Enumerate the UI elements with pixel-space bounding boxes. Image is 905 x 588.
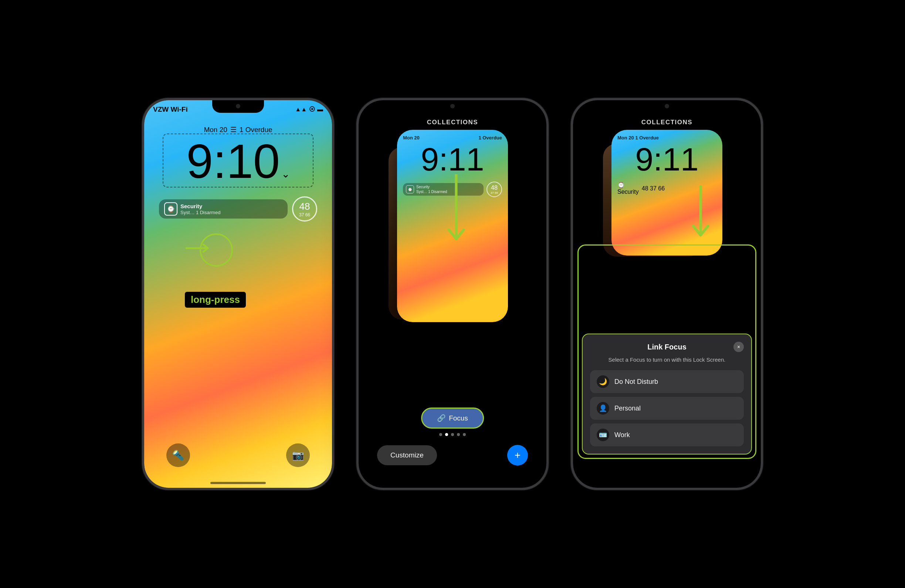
- dnd-icon: 🌙: [597, 375, 609, 388]
- phone3-screen: COLLECTIONS Mon 20 1 Overdue 9:11 ⌚ Secu…: [573, 100, 761, 488]
- flashlight-button[interactable]: 🔦: [167, 443, 190, 467]
- phone1-screen: VZW Wi-Fi ▲▲ ⦿ ▬ Mon 20 ☰ 1 Overdue 9:10…: [144, 100, 332, 488]
- camera-button[interactable]: 📷: [286, 443, 310, 467]
- dot-2: [445, 433, 448, 436]
- phone1-bottom-buttons: 🔦 📷: [144, 443, 332, 467]
- phone1-time: 9:10 ⌄: [168, 137, 308, 185]
- dot-4: [457, 433, 460, 436]
- phone3-mini-security: ⌚ Security: [618, 181, 639, 195]
- main-scene: VZW Wi-Fi ▲▲ ⦿ ▬ Mon 20 ☰ 1 Overdue 9:10…: [0, 0, 905, 588]
- dot-5: [463, 433, 466, 436]
- carrier-label: VZW Wi-Fi: [153, 105, 188, 114]
- dnd-label: Do Not Disturb: [614, 378, 658, 386]
- temp-widget: 48 37 66: [292, 196, 317, 221]
- link-icon: 🔗: [437, 414, 446, 422]
- work-icon: 🪪: [597, 429, 609, 441]
- phone2-mini-watch-icon: ⌚: [406, 185, 414, 194]
- camera-icon: 📷: [292, 450, 304, 461]
- long-press-label: long-press: [185, 292, 246, 308]
- chevron-down-icon: ⌄: [281, 169, 290, 180]
- circle-target: [200, 234, 233, 267]
- focus-option-personal[interactable]: 👤 Personal: [590, 397, 744, 420]
- phone2-mini-status: Mon 20 1 Overdue: [403, 135, 502, 140]
- phone-3: COLLECTIONS Mon 20 1 Overdue 9:11 ⌚ Secu…: [571, 98, 763, 490]
- signal-icon: ▲▲: [295, 106, 307, 113]
- wifi-icon: ⦿: [309, 106, 315, 113]
- phone2-mini-time: 9:11: [397, 143, 508, 176]
- phone3-mini-watch-icon: ⌚: [618, 181, 639, 189]
- focus-option-dnd[interactable]: 🌙 Do Not Disturb: [590, 370, 744, 393]
- work-label: Work: [614, 431, 630, 439]
- phone1-widgets: ⌚ Security Syst… 1 Disarmed 48 37 66: [159, 196, 317, 221]
- phone1-date-line: Mon 20 ☰ 1 Overdue: [144, 126, 332, 134]
- modal-close-button[interactable]: ×: [734, 342, 744, 352]
- phone1-annotation: long-press: [155, 241, 246, 308]
- focus-option-work[interactable]: 🪪 Work: [590, 423, 744, 447]
- phone-1: VZW Wi-Fi ▲▲ ⦿ ▬ Mon 20 ☰ 1 Overdue 9:10…: [142, 98, 334, 490]
- phone-2: COLLECTIONS Mon 20 1 Overdue 9:11 ⌚ Secu…: [356, 98, 549, 490]
- phone2-preview-container: Mon 20 1 Overdue 9:11 ⌚ Security Syst… 1…: [390, 130, 515, 337]
- list-icon: ☰: [230, 126, 237, 134]
- watch-icon: ⌚: [164, 202, 178, 216]
- plus-button[interactable]: +: [507, 445, 528, 466]
- phone2-mini-temp: 48 37 66: [486, 181, 502, 197]
- phone2-screen: COLLECTIONS Mon 20 1 Overdue 9:11 ⌚ Secu…: [359, 100, 546, 488]
- phone2-mini-widgets: ⌚ Security Syst… 1 Disarmed 48 37 66: [403, 181, 502, 197]
- personal-label: Personal: [614, 405, 641, 412]
- phone3-mini-status: Mon 20 1 Overdue: [618, 135, 716, 140]
- personal-icon: 👤: [597, 402, 609, 415]
- phone3-green-arrow: [686, 185, 715, 246]
- phone2-focus-button[interactable]: 🔗 Focus: [421, 408, 484, 429]
- phone3-collections-header: COLLECTIONS: [573, 119, 761, 126]
- security-widget: ⌚ Security Syst… 1 Disarmed: [159, 199, 287, 219]
- phone1-time-box: 9:10 ⌄: [163, 133, 313, 188]
- modal-header: Link Focus ×: [590, 342, 744, 352]
- home-bar: [210, 482, 266, 484]
- phone1-status-bar: VZW Wi-Fi ▲▲ ⦿ ▬: [153, 105, 323, 114]
- battery-icon: ▬: [317, 106, 323, 113]
- phone2-mini-security: ⌚ Security Syst… 1 Disarmed: [403, 183, 484, 195]
- modal-subtitle: Select a Focus to turn on with this Lock…: [590, 356, 744, 364]
- dot-3: [451, 433, 454, 436]
- customize-button[interactable]: Customize: [377, 445, 437, 465]
- flashlight-icon: 🔦: [172, 450, 184, 461]
- link-focus-modal: Link Focus × Select a Focus to turn on w…: [582, 334, 752, 455]
- phone2-collections-header: COLLECTIONS: [359, 119, 546, 126]
- modal-title: Link Focus: [600, 343, 734, 351]
- phone3-mini-time: 9:11: [611, 143, 722, 176]
- phone2-bottom-bar: Customize +: [359, 445, 546, 466]
- phone3-mini-temp: 48 37 66: [642, 185, 665, 192]
- dot-1: [439, 433, 442, 436]
- phone2-dots: [359, 433, 546, 436]
- phone2-card-center: Mon 20 1 Overdue 9:11 ⌚ Security Syst… 1…: [397, 130, 508, 322]
- status-icons: ▲▲ ⦿ ▬: [295, 106, 323, 113]
